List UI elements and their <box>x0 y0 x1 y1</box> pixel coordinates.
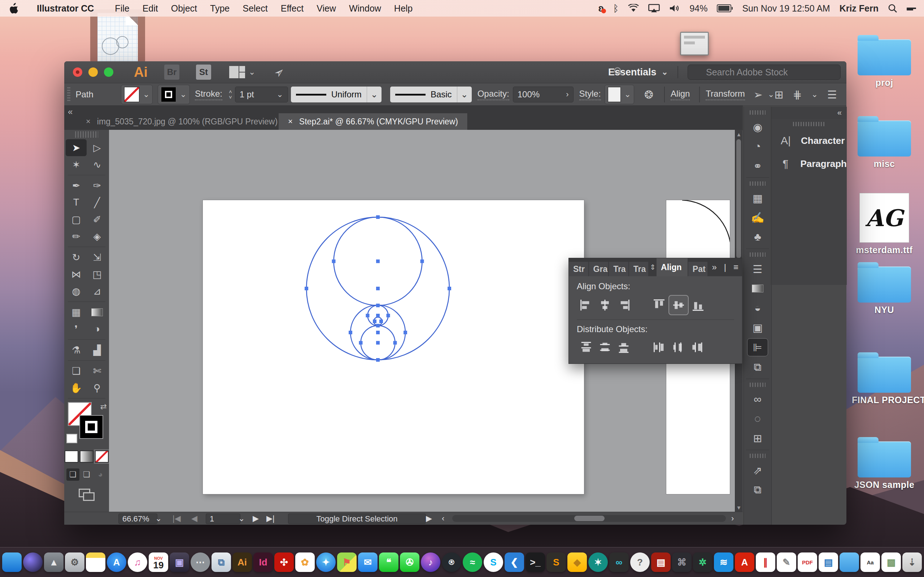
panel-group-grip[interactable] <box>750 253 766 257</box>
selection-handle[interactable] <box>376 215 380 219</box>
align-tab-tra[interactable]: Tra <box>609 262 628 276</box>
dock-icon-typography-specimen[interactable]: Aa <box>861 553 880 572</box>
dock-icon-messages[interactable]: ❝ <box>379 553 399 572</box>
toolbar-collapse-icon[interactable]: « <box>68 107 73 117</box>
selection-handle[interactable] <box>376 341 380 345</box>
brushes-panel-icon[interactable]: ✍ <box>748 209 768 226</box>
align-tab-gra[interactable]: Gra <box>589 262 609 276</box>
panel-cycle-icon[interactable]: ⇕ <box>650 263 656 272</box>
panel-group-grip[interactable] <box>750 383 766 387</box>
dock-icon-pdf-document[interactable]: PDF <box>798 553 817 572</box>
menu-type[interactable]: Type <box>204 3 236 13</box>
volume-icon[interactable] <box>669 4 680 13</box>
dock-icon-photo-booth[interactable]: ▣ <box>170 553 189 572</box>
eyedropper-tool[interactable]: ❜ <box>66 321 87 338</box>
dock-icon-redis-app[interactable]: ▤ <box>651 553 670 572</box>
panel-column-header[interactable]: « <box>771 107 847 119</box>
screen-modes-icon[interactable]: ⧉ <box>748 481 768 498</box>
horizontal-align-left-button[interactable] <box>577 296 596 314</box>
selection-handle[interactable] <box>376 324 380 327</box>
panel-group-grip[interactable] <box>750 181 766 186</box>
notification-center-icon[interactable] <box>907 6 916 10</box>
gpu-performance-icon[interactable]: ➣ <box>271 63 288 81</box>
align-glyphs-icon[interactable]: ⊞ <box>774 89 783 101</box>
menu-file[interactable]: File <box>108 3 136 13</box>
stock-button[interactable]: St <box>196 64 211 80</box>
panel-menu-icon[interactable]: ≡ <box>733 262 738 272</box>
close-window-button[interactable] <box>73 68 82 77</box>
style-well[interactable]: ⌄ <box>604 85 634 104</box>
transform-panel-icon[interactable]: ▣ <box>748 319 768 336</box>
bridge-button[interactable]: Br <box>164 64 179 80</box>
menu-object[interactable]: Object <box>165 3 204 13</box>
dock-icon-launchpad[interactable]: ▲ <box>44 553 63 572</box>
image-trace-panel-icon[interactable]: ◌ <box>748 410 768 427</box>
selection-handle[interactable] <box>359 341 363 345</box>
wifi-icon[interactable] <box>628 4 639 13</box>
arrange-documents-button[interactable]: ⌄ <box>229 66 255 78</box>
dock-icon-android-studio[interactable]: ✲ <box>693 553 712 572</box>
rectangle-tool[interactable]: ▢ <box>66 211 87 228</box>
selection-handle[interactable] <box>404 331 407 334</box>
vertical-align-top-button[interactable] <box>650 296 669 314</box>
selection-handle[interactable] <box>305 287 308 290</box>
panel-grip[interactable] <box>67 87 70 102</box>
lasso-tool[interactable]: ∿ <box>87 156 108 173</box>
type-tool[interactable]: T <box>66 194 87 211</box>
hand-tool[interactable]: ✋ <box>66 379 87 396</box>
horizontal-distribute-right-button[interactable] <box>687 338 706 357</box>
stroke-panel-icon[interactable]: ☰ <box>748 260 768 278</box>
stroke-swatch[interactable] <box>79 415 103 439</box>
panel-group-grip[interactable] <box>750 110 766 115</box>
slice-tool[interactable]: ✄ <box>87 363 108 379</box>
opacity-label[interactable]: Opacity: <box>478 89 509 100</box>
align-tab-pat[interactable]: Pat <box>688 262 708 276</box>
artboards-panel-icon[interactable]: ⊞ <box>748 429 768 447</box>
selection-handle[interactable] <box>447 287 451 290</box>
transparency-panel-icon[interactable]: ◒ <box>748 299 768 317</box>
shaper-tool[interactable]: ✏ <box>66 228 87 245</box>
align-tab-tra[interactable]: Tra <box>629 262 649 276</box>
menu-edit[interactable]: Edit <box>136 3 165 13</box>
stroke-color-well[interactable]: ⌄ <box>158 85 189 104</box>
selection-handle[interactable] <box>386 314 390 318</box>
horizontal-scrollbar[interactable] <box>452 515 726 522</box>
dock-icon-parallels[interactable]: ∥ <box>756 553 775 572</box>
style-label[interactable]: Style: <box>579 89 601 100</box>
style-swatch[interactable] <box>608 87 621 102</box>
dock-icon-safari[interactable]: ✦ <box>316 553 336 572</box>
gradient-panel-icon[interactable] <box>748 280 768 297</box>
paragraph-glyphs-icon[interactable]: ⋕ <box>793 89 802 101</box>
zoom-chevron-icon[interactable]: ⌄ <box>155 514 162 523</box>
dock-icon-spotify[interactable]: ≈ <box>463 553 482 572</box>
fill-color-well[interactable]: ⌄ <box>121 85 153 104</box>
selection-handle[interactable] <box>376 314 380 318</box>
desktop-icon-json-sample[interactable]: JSON sample <box>852 436 917 490</box>
active-app-menu[interactable]: Illustrator CC <box>30 3 100 14</box>
symbols-panel-icon[interactable]: ♣ <box>748 228 768 246</box>
dock-icon-adobe-capture[interactable]: A <box>735 553 754 572</box>
dock-icon-adobe-acrobat[interactable]: ✣ <box>274 553 294 572</box>
dock-icon-adobe-indesign[interactable]: Id <box>254 553 273 572</box>
dock-icon-adobe-illustrator[interactable]: Ai <box>233 553 252 572</box>
character-panel-tab[interactable]: A| Character <box>771 129 847 152</box>
bluetooth-icon[interactable]: ᛒ <box>613 3 619 14</box>
desktop-icon-proj[interactable]: proj <box>852 34 917 88</box>
horizontal-distribute-center-button[interactable] <box>669 338 687 357</box>
menu-view[interactable]: View <box>310 3 342 13</box>
vertical-align-bottom-button[interactable] <box>689 296 708 314</box>
align-tab-str[interactable]: Str <box>569 262 588 276</box>
draw-normal-mode[interactable]: ❏ <box>66 469 79 481</box>
dock-icon-finder[interactable] <box>2 553 22 572</box>
dock-icon-textedit[interactable]: ✎ <box>777 553 796 572</box>
dock-icon-sketch[interactable]: ◆ <box>567 553 587 572</box>
rotate-tool[interactable]: ↻ <box>66 249 87 266</box>
scroll-down-icon[interactable]: ▼ <box>735 504 743 511</box>
dock-icon-mission-control[interactable]: ⧉ <box>212 553 231 572</box>
dock-icon-dark-utility[interactable]: ⌘ <box>672 553 691 572</box>
airplay-icon[interactable] <box>648 4 660 13</box>
asset-export-panel-icon[interactable]: ⇗ <box>748 462 768 479</box>
spotlight-icon[interactable] <box>888 3 897 13</box>
dock-icon-terminal[interactable]: >_ <box>525 553 545 572</box>
curvature-tool[interactable]: ✑ <box>87 177 108 194</box>
